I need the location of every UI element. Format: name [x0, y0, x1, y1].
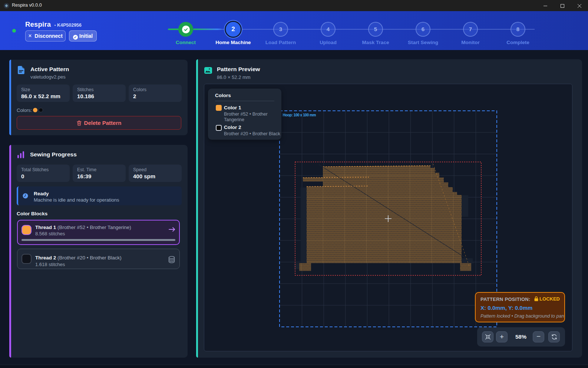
svg-text:Hoop: 100 x 100 mm: Hoop: 100 x 100 mm: [283, 113, 316, 117]
